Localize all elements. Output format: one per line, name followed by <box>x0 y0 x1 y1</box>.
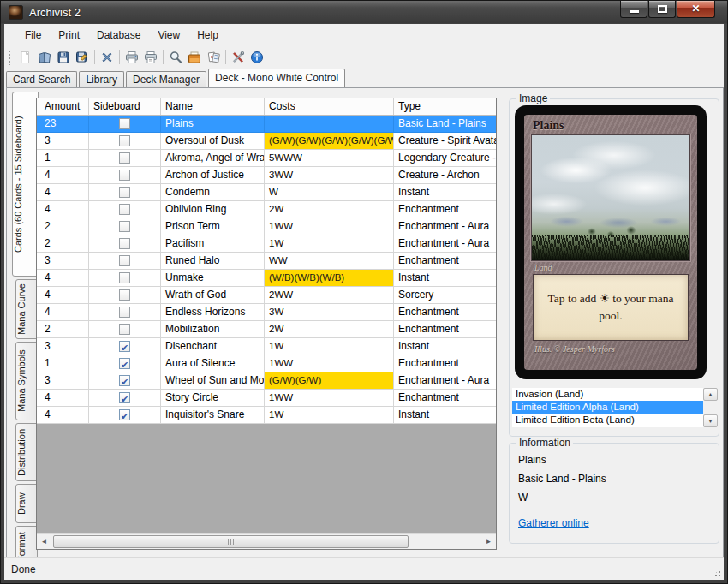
new-document-icon[interactable] <box>16 48 35 67</box>
column-header[interactable]: Amount <box>37 98 89 115</box>
toolbar-grip[interactable] <box>8 50 12 65</box>
version-list-scrollbar[interactable] <box>703 388 718 427</box>
print-preview-icon[interactable] <box>141 48 160 67</box>
search-icon[interactable] <box>166 48 185 67</box>
type-cell: Enchantment - Aura <box>394 372 496 390</box>
table-row[interactable]: 4 Inquisitor's Snare 1W Instant <box>37 407 496 424</box>
menu-item[interactable]: View <box>149 26 188 45</box>
table-row[interactable]: 4 Endless Horizons 3W Enchantment <box>37 304 496 321</box>
gatherer-online-link[interactable]: Gatherer online <box>518 517 589 529</box>
table-row[interactable]: 4 Archon of Justice 3WW Creature - Archo… <box>37 167 496 184</box>
sideboard-checkbox[interactable] <box>119 187 130 198</box>
maximize-button[interactable] <box>648 1 676 18</box>
sideboard-checkbox[interactable] <box>119 118 130 129</box>
table-row[interactable]: 2 Prison Term 1WW Enchantment - Aura <box>37 218 496 235</box>
costs-cell: WW <box>265 253 394 270</box>
amount-cell: 4 <box>37 270 89 287</box>
sideboard-checkbox[interactable] <box>119 272 130 283</box>
card-viewer-icon[interactable] <box>204 48 223 67</box>
table-row[interactable]: 1 Akroma, Angel of Wrath 5WWW Legendary … <box>37 150 496 167</box>
scrollbar-track[interactable] <box>51 534 481 549</box>
save-icon[interactable] <box>54 48 73 67</box>
tab[interactable]: Deck Manager <box>126 71 206 87</box>
sideboard-checkbox[interactable] <box>119 392 130 403</box>
version-list-item[interactable]: Invasion (Land) <box>512 388 703 401</box>
menu-item[interactable]: Database <box>88 26 149 45</box>
table-row[interactable]: 4 Oblivion Ring 2W Enchantment <box>37 201 496 218</box>
costs-cell: 2W <box>265 321 394 338</box>
column-header[interactable]: Sideboard <box>89 98 161 115</box>
table-row[interactable]: 4 Unmake (W/B)(W/B)(W/B) Instant <box>37 270 496 287</box>
scroll-down-icon[interactable] <box>703 414 718 427</box>
close-button[interactable] <box>677 1 715 18</box>
menu-item[interactable]: Help <box>188 26 227 45</box>
column-header[interactable]: Type <box>394 98 496 115</box>
column-header[interactable]: Name <box>161 98 265 115</box>
table-row[interactable]: 3 Oversoul of Dusk (G/W)(G/W)(G/W)(G/W)(… <box>37 133 496 150</box>
delete-icon[interactable] <box>98 48 116 67</box>
sideboard-checkbox[interactable] <box>119 255 130 266</box>
table-row[interactable]: 3 Wheel of Sun and Moon (G/W)(G/W) Encha… <box>37 372 496 390</box>
sideboard-checkbox[interactable] <box>119 409 130 420</box>
table-row[interactable]: 3 Runed Halo WW Enchantment <box>37 253 496 270</box>
menu-item[interactable]: File <box>16 26 50 45</box>
side-tab[interactable]: Cards (60 Cards - 15 Sideboard) <box>12 92 39 277</box>
sideboard-checkbox[interactable] <box>119 375 130 386</box>
sideboard-checkbox[interactable] <box>119 289 130 301</box>
main-tabs: Card SearchLibraryDeck ManagerDeck - Mon… <box>6 69 724 87</box>
sideboard-checkbox[interactable] <box>119 324 130 335</box>
side-tab[interactable]: Mana Symbols <box>15 342 38 420</box>
name-cell: Runed Halo <box>161 253 265 270</box>
save-as-icon[interactable] <box>73 48 92 67</box>
minimize-button[interactable] <box>620 1 647 18</box>
print-icon[interactable] <box>122 48 141 67</box>
scroll-right-icon[interactable] <box>481 534 496 549</box>
sideboard-checkbox[interactable] <box>119 135 130 146</box>
sideboard-checkbox[interactable] <box>119 221 130 232</box>
titlebar[interactable]: Archivist 2 <box>1 1 727 24</box>
resize-grip-icon[interactable] <box>711 567 722 578</box>
table-row[interactable]: 4 Story Circle 1WW Enchantment <box>37 390 496 407</box>
table-row[interactable]: 3 Disenchant 1W Instant <box>37 338 496 355</box>
deck-tab-page: Cards (60 Cards - 15 Sideboard)Mana Curv… <box>6 87 724 557</box>
table-row[interactable]: 23 Plains Basic Land - Plains <box>37 116 496 133</box>
amount-cell: 2 <box>37 235 89 253</box>
sideboard-checkbox[interactable] <box>119 238 130 249</box>
scroll-up-icon[interactable] <box>703 388 718 401</box>
column-header[interactable]: Costs <box>265 98 394 115</box>
tab[interactable]: Library <box>79 71 124 87</box>
table-row[interactable]: 2 Mobilization 2W Enchantment <box>37 321 496 338</box>
version-list-item[interactable]: Limited Edition Alpha (Land) <box>512 401 703 414</box>
tab[interactable]: Deck - Mono White Control <box>208 69 345 87</box>
scroll-left-icon[interactable] <box>37 534 51 549</box>
card-browser-icon[interactable] <box>185 48 204 67</box>
sideboard-checkbox[interactable] <box>119 152 130 164</box>
about-icon[interactable] <box>248 48 266 67</box>
horizontal-scrollbar[interactable] <box>37 533 496 549</box>
open-icon[interactable] <box>35 48 54 67</box>
tab[interactable]: Card Search <box>6 71 77 87</box>
toolbar-separator <box>225 50 226 64</box>
sideboard-checkbox[interactable] <box>119 170 130 181</box>
table-row[interactable]: 4 Wrath of God 2WW Sorcery <box>37 287 496 304</box>
options-icon[interactable] <box>229 48 248 67</box>
scrollbar-thumb[interactable] <box>53 535 409 548</box>
table-row[interactable]: 1 Aura of Silence 1WW Enchantment <box>37 355 496 372</box>
side-tab[interactable]: Distribution <box>15 423 38 481</box>
version-list-item[interactable]: Limited Edition Beta (Land) <box>512 414 703 426</box>
side-tab[interactable]: Mana Curve <box>15 279 38 339</box>
menu-item[interactable]: Print <box>50 26 88 45</box>
costs-cell: 1W <box>265 407 394 424</box>
sideboard-checkbox[interactable] <box>119 204 130 215</box>
sideboard-checkbox[interactable] <box>119 307 130 318</box>
sideboard-cell <box>89 372 161 390</box>
sideboard-cell <box>89 407 161 424</box>
amount-cell: 3 <box>37 372 89 390</box>
sideboard-checkbox[interactable] <box>119 358 130 369</box>
toolbar-separator <box>119 50 120 64</box>
name-cell: Oblivion Ring <box>161 201 265 218</box>
sideboard-checkbox[interactable] <box>119 341 130 352</box>
side-tab[interactable]: Draw <box>15 484 38 523</box>
table-row[interactable]: 4 Condemn W Instant <box>37 184 496 201</box>
table-row[interactable]: 2 Pacifism 1W Enchantment - Aura <box>37 235 496 253</box>
